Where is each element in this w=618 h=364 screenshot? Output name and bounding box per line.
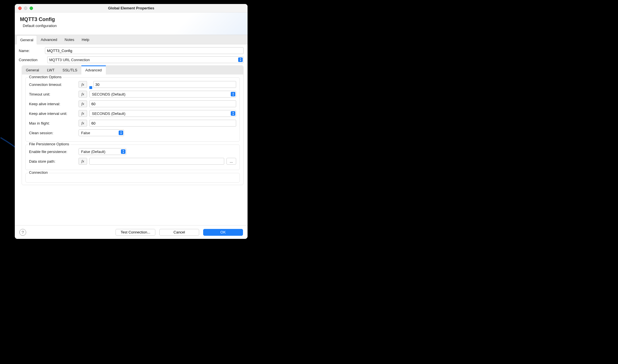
connection-label: Connection [19, 58, 47, 62]
connection-fieldset-legend: Connection [28, 170, 49, 175]
tab-notes[interactable]: Notes [61, 35, 78, 44]
browse-button[interactable]: ... [226, 158, 236, 165]
panel-general: Name: Connection MQTT3 URL Connection Ge… [15, 44, 248, 223]
timeout-unit-value: SECONDS (Default) [92, 92, 125, 96]
file-persistence-fieldset: File Persistence Options Enable file per… [25, 144, 240, 170]
test-connection-button[interactable]: Test Connection... [116, 229, 155, 236]
keep-alive-interval-unit-label: Keep alive interval unit: [29, 111, 79, 116]
sub-tab-general[interactable]: General [22, 66, 43, 75]
chevron-updown-icon [238, 57, 243, 62]
tab-general[interactable]: General [17, 35, 37, 44]
enable-file-persistence-label: Enable file persistence: [29, 150, 79, 154]
top-tabs: General Advanced Notes Help [15, 35, 248, 44]
question-icon: ? [22, 230, 24, 235]
connection-sub-panel: General LWT SSL/TLS Advanced Connection … [22, 65, 244, 185]
keep-alive-interval-unit-select[interactable]: SECONDS (Default) [89, 110, 236, 117]
clean-session-value: False [81, 131, 90, 135]
close-icon[interactable] [18, 7, 22, 10]
max-in-flight-input[interactable] [89, 120, 236, 127]
fx-button[interactable]: fx [79, 91, 87, 98]
keep-alive-interval-unit-value: SECONDS (Default) [92, 111, 125, 116]
cancel-button[interactable]: Cancel [159, 229, 199, 236]
help-button[interactable]: ? [19, 229, 26, 236]
fx-button[interactable]: fx [79, 120, 87, 127]
sub-tab-ssltls[interactable]: SSL/TLS [59, 66, 81, 75]
sub-tab-advanced[interactable]: Advanced [81, 66, 106, 75]
connection-timeout-input[interactable] [93, 81, 236, 88]
max-in-flight-label: Max in flight: [29, 121, 79, 125]
keep-alive-interval-label: Keep alive interval: [29, 102, 79, 106]
enable-file-persistence-value: False (Default) [81, 150, 105, 154]
clean-session-label: Clean session: [29, 131, 79, 135]
timeout-unit-label: Timeout unit: [29, 92, 79, 96]
config-subtitle: Default configuration [20, 22, 242, 28]
file-persistence-legend: File Persistence Options [28, 142, 70, 146]
maximize-icon[interactable] [30, 7, 33, 10]
fx-button[interactable]: fx [79, 110, 87, 117]
config-title: MQTT3 Config [20, 16, 242, 22]
connection-select-value: MQTT3 URL Connection [49, 58, 90, 62]
dialog-footer: ? Test Connection... Cancel OK [15, 225, 248, 239]
window-controls [15, 7, 33, 10]
fx-button[interactable]: fx [79, 158, 87, 165]
minimize-icon[interactable] [24, 7, 27, 10]
tab-advanced[interactable]: Advanced [37, 35, 61, 44]
clean-session-select[interactable]: False [79, 129, 124, 136]
tab-help[interactable]: Help [78, 35, 93, 44]
connection-select[interactable]: MQTT3 URL Connection [47, 56, 244, 63]
connection-options-fieldset: Connection Options Connection timeout: f… [25, 77, 240, 142]
sub-tab-lwt[interactable]: LWT [43, 66, 58, 75]
dialog-header: MQTT3 Config Default configuration [15, 13, 248, 35]
connection-timeout-label: Connection timeout: [29, 82, 79, 87]
titlebar: Global Element Properties [15, 4, 248, 13]
fx-button[interactable]: fx [79, 81, 87, 88]
name-input[interactable] [45, 47, 244, 54]
chevron-updown-icon [231, 92, 235, 96]
dialog-window: Global Element Properties MQTT3 Config D… [15, 4, 248, 239]
connection-options-legend: Connection Options [28, 75, 63, 79]
data-store-path-input[interactable] [89, 158, 224, 165]
chevron-updown-icon [119, 131, 123, 135]
connection-fieldset: Connection [25, 173, 240, 183]
sub-tabs: General LWT SSL/TLS Advanced [22, 66, 243, 75]
name-label: Name: [19, 49, 45, 53]
enable-file-persistence-select[interactable]: False (Default) [79, 148, 126, 155]
window-title: Global Element Properties [15, 6, 248, 10]
ok-button[interactable]: OK [203, 229, 243, 236]
fx-button[interactable]: fx [79, 100, 87, 107]
chevron-updown-icon [121, 149, 125, 154]
chevron-updown-icon [231, 111, 235, 116]
data-store-path-label: Data store path: [29, 159, 79, 164]
expression-indicator-icon [89, 86, 92, 89]
timeout-unit-select[interactable]: SECONDS (Default) [89, 91, 236, 98]
keep-alive-interval-input[interactable] [89, 100, 236, 107]
